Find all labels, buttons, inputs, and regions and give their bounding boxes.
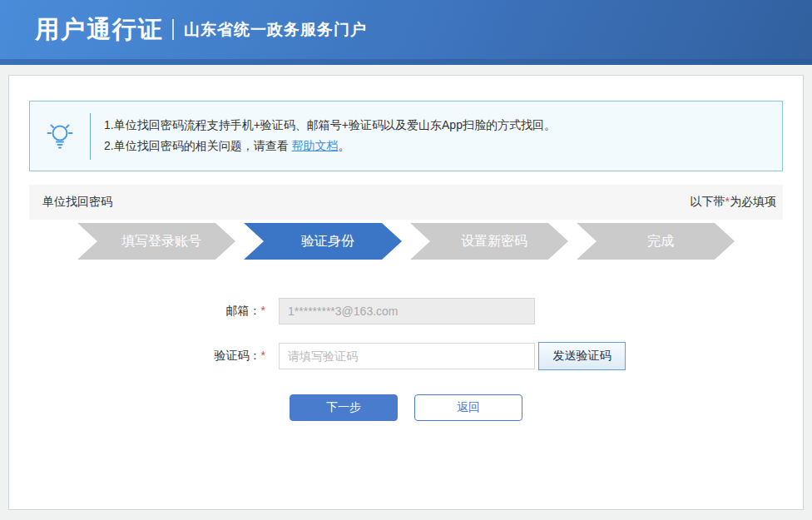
help-doc-link[interactable]: 帮助文档: [292, 139, 339, 152]
step-set-new-password: 设置新密码: [410, 223, 568, 260]
step-fill-account: 填写登录账号: [77, 223, 235, 260]
required-note: 以下带*为必填项: [691, 195, 776, 210]
section-bar: 单位找回密码 以下带*为必填项: [29, 185, 783, 220]
main-panel: 1.单位找回密码流程支持手机+验证码、邮箱号+验证码以及爱山东App扫脸的方式找…: [8, 75, 804, 510]
email-row: 邮箱：*: [9, 298, 803, 324]
header-bottom-strip: [0, 59, 812, 65]
verification-code-input[interactable]: [279, 343, 535, 369]
send-code-button[interactable]: 发送验证码: [538, 342, 626, 370]
code-label: 验证码：*: [9, 349, 279, 364]
section-title: 单位找回密码: [42, 195, 112, 210]
code-row: 验证码：* 发送验证码: [9, 342, 803, 370]
step-wizard: 填写登录账号 验证身份 设置新密码 完成: [77, 223, 735, 260]
email-required-star: *: [261, 304, 265, 317]
email-label: 邮箱：*: [9, 304, 279, 319]
portal-subtitle: 山东省统一政务服务门户: [184, 19, 367, 41]
code-required-star: *: [261, 349, 265, 362]
step-complete: 完成: [577, 223, 735, 260]
title-divider: [172, 19, 174, 40]
email-field: [279, 298, 535, 324]
notice-line-2: 2.单位找回密码的相关问题，请查看 帮助文档。: [104, 139, 556, 154]
app-header: 用户通行证 山东省统一政务服务门户: [0, 0, 812, 65]
notice-line-1: 1.单位找回密码流程支持手机+验证码、邮箱号+验证码以及爱山东App扫脸的方式找…: [104, 118, 556, 133]
verify-form: 邮箱：* 验证码：* 发送验证码: [9, 298, 803, 370]
next-step-button[interactable]: 下一步: [290, 394, 398, 421]
back-button[interactable]: 返回: [414, 394, 522, 421]
form-actions: 下一步 返回: [9, 394, 803, 421]
step-verify-identity: 验证身份: [244, 223, 402, 260]
notice-box: 1.单位找回密码流程支持手机+验证码、邮箱号+验证码以及爱山东App扫脸的方式找…: [29, 101, 783, 171]
app-title: 用户通行证: [35, 13, 164, 47]
lightbulb-icon: [30, 121, 90, 152]
